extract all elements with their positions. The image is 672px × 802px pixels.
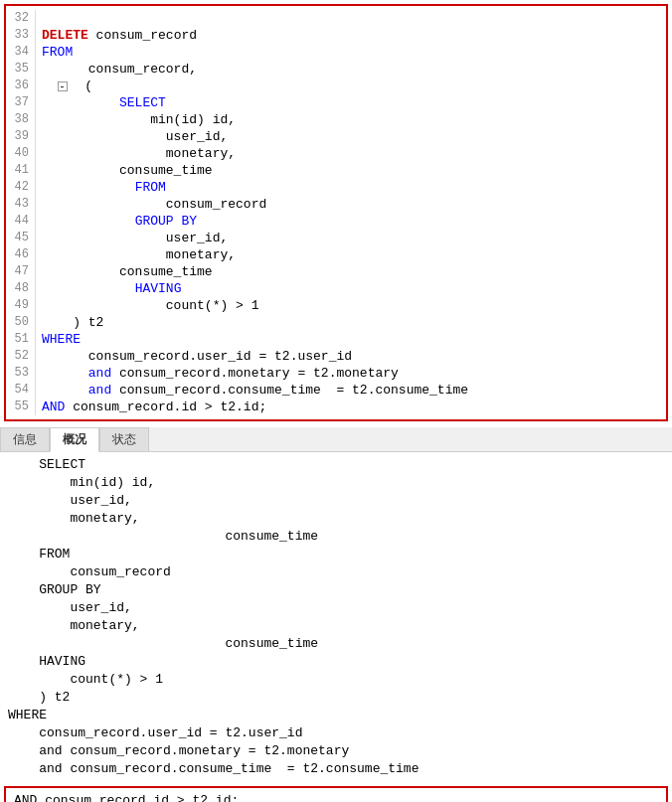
code-line: 48 HAVING: [6, 280, 666, 297]
line-content: consume_time: [42, 162, 666, 179]
line-content: HAVING: [42, 280, 666, 297]
result-line: min(id) id,: [8, 474, 664, 492]
result-pane: SELECT min(id) id, user_id, monetary, co…: [0, 452, 672, 782]
line-number: 48: [6, 280, 36, 297]
line-number: 33: [6, 27, 36, 44]
line-number: 44: [6, 213, 36, 230]
tab-概况[interactable]: 概况: [50, 427, 99, 452]
code-line: 54 and consum_record.consume_time = t2.c…: [6, 382, 666, 399]
code-line: 52 consum_record.user_id = t2.user_id: [6, 348, 666, 365]
code-line: 44 GROUP BY: [6, 213, 666, 230]
line-content: AND consum_record.id > t2.id;: [42, 399, 666, 415]
line-number: 42: [6, 179, 36, 196]
result-line: user_id,: [8, 492, 664, 510]
line-number: 41: [6, 162, 36, 179]
line-content: consume_time: [42, 263, 666, 280]
code-line: 36 - (: [6, 78, 666, 94]
line-content: DELETE consum_record: [42, 27, 666, 44]
code-line: 38 min(id) id,: [6, 111, 666, 128]
line-content: and consum_record.monetary = t2.monetary: [42, 365, 666, 382]
line-content: count(*) > 1: [42, 297, 666, 314]
tab-信息[interactable]: 信息: [0, 427, 50, 451]
result-line: consum_record: [8, 563, 664, 581]
fold-icon[interactable]: -: [58, 81, 68, 91]
line-content: ) t2: [42, 314, 666, 331]
code-line: 41 consume_time: [6, 162, 666, 179]
result-line: and consum_record.consume_time = t2.cons…: [8, 760, 664, 778]
line-number: 45: [6, 230, 36, 246]
result-highlight-box: AND consum_record.id > t2.id;受影响的行: 2800…: [4, 786, 668, 802]
code-line: 55AND consum_record.id > t2.id;: [6, 399, 666, 415]
result-line: and consum_record.monetary = t2.monetary: [8, 742, 664, 760]
line-content: [42, 10, 666, 27]
result-line: HAVING: [8, 653, 664, 671]
code-line: 39 user_id,: [6, 128, 666, 145]
line-content: user_id,: [42, 230, 666, 246]
line-content: monetary,: [42, 246, 666, 263]
line-content: consum_record: [42, 196, 666, 213]
line-number: 40: [6, 145, 36, 162]
result-line: FROM: [8, 546, 664, 563]
result-line: monetary,: [8, 617, 664, 635]
result-line: GROUP BY: [8, 581, 664, 599]
code-line: 53 and consum_record.monetary = t2.monet…: [6, 365, 666, 382]
result-line: consume_time: [8, 635, 664, 653]
code-line: 32: [6, 10, 666, 27]
line-number: 32: [6, 10, 36, 27]
code-line: 34FROM: [6, 44, 666, 61]
code-editor: 3233DELETE consum_record34FROM35 consum_…: [4, 4, 668, 421]
line-number: 34: [6, 44, 36, 61]
code-line: 50 ) t2: [6, 314, 666, 331]
tab-状态[interactable]: 状态: [99, 427, 149, 451]
result-line: monetary,: [8, 510, 664, 528]
line-number: 53: [6, 365, 36, 382]
line-content: user_id,: [42, 128, 666, 145]
tab-bar: 信息概况状态: [0, 427, 672, 452]
line-number: 55: [6, 399, 36, 415]
result-line: SELECT: [8, 456, 664, 474]
line-content: FROM: [42, 44, 666, 61]
code-line: 49 count(*) > 1: [6, 297, 666, 314]
result-line: ) t2: [8, 689, 664, 707]
result-box-line: AND consum_record.id > t2.id;: [14, 792, 658, 802]
line-content: GROUP BY: [42, 213, 666, 230]
line-number: 47: [6, 263, 36, 280]
line-content: consum_record,: [42, 61, 666, 78]
code-line: 42 FROM: [6, 179, 666, 196]
code-line: 35 consum_record,: [6, 61, 666, 78]
line-content: WHERE: [42, 331, 666, 348]
result-line: WHERE: [8, 707, 664, 724]
line-number: 50: [6, 314, 36, 331]
result-line: consum_record.user_id = t2.user_id: [8, 724, 664, 742]
code-line: 51WHERE: [6, 331, 666, 348]
line-content: - (: [42, 78, 666, 94]
line-content: min(id) id,: [42, 111, 666, 128]
code-line: 40 monetary,: [6, 145, 666, 162]
line-number: 49: [6, 297, 36, 314]
result-line: count(*) > 1: [8, 671, 664, 689]
result-line: consume_time: [8, 528, 664, 546]
line-number: 46: [6, 246, 36, 263]
line-number: 51: [6, 331, 36, 348]
line-number: 54: [6, 382, 36, 399]
line-content: FROM: [42, 179, 666, 196]
line-number: 37: [6, 94, 36, 111]
line-number: 38: [6, 111, 36, 128]
code-line: 43 consum_record: [6, 196, 666, 213]
line-number: 52: [6, 348, 36, 365]
code-line: 33DELETE consum_record: [6, 27, 666, 44]
line-number: 43: [6, 196, 36, 213]
line-content: and consum_record.consume_time = t2.cons…: [42, 382, 666, 399]
code-line: 45 user_id,: [6, 230, 666, 246]
result-line: user_id,: [8, 599, 664, 617]
code-line: 47 consume_time: [6, 263, 666, 280]
line-number: 39: [6, 128, 36, 145]
code-line: 37 SELECT: [6, 94, 666, 111]
line-content: SELECT: [42, 94, 666, 111]
line-content: consum_record.user_id = t2.user_id: [42, 348, 666, 365]
line-number: 36: [6, 78, 36, 94]
line-content: monetary,: [42, 145, 666, 162]
code-line: 46 monetary,: [6, 246, 666, 263]
line-number: 35: [6, 61, 36, 78]
